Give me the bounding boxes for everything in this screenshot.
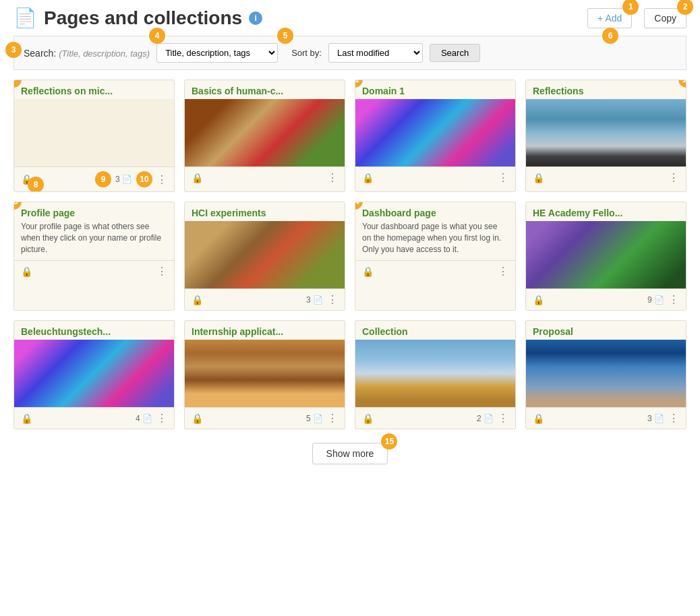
card-title: Collection (355, 321, 515, 340)
card-image (14, 99, 174, 166)
card-footer: 🔒5 📄⋮ (185, 407, 345, 429)
page-icon: 📄 (13, 7, 37, 29)
card-footer-left: 🔒 (533, 413, 544, 424)
info-icon[interactable]: i (249, 11, 262, 25)
lock-icon: 🔒 (533, 295, 544, 305)
copy-count: 9 📄 (647, 295, 664, 305)
sort-select[interactable]: Last modified (328, 43, 423, 63)
lock-icon: 🔒 (192, 413, 203, 424)
lock-icon: 🔒 (362, 266, 374, 277)
card-title: Profile page (14, 202, 174, 221)
card-title: HCI experiments (185, 202, 345, 221)
card-footer-right: 2 📄⋮ (477, 412, 508, 425)
lock-icon: 🔒 (533, 173, 544, 183)
card-1[interactable]: 7Reflections on mic...8🔒93 📄10⋮ (13, 80, 175, 192)
card-5[interactable]: 13Profile pageYour profile page is what … (13, 202, 175, 311)
card-footer: 🔒⋮ (355, 260, 515, 282)
copy-count: 3 📄 (647, 414, 664, 423)
badge-1: 1 (622, 0, 639, 15)
badge-10: 10 (136, 171, 152, 187)
lock-icon: 🔒 (192, 295, 203, 305)
card-image (526, 221, 686, 288)
card-3[interactable]: 11Domain 1🔒⋮ (355, 80, 516, 192)
card-footer: 🔒3 📄⋮ (185, 288, 345, 310)
card-7[interactable]: 14Dashboard pageYour dashboard page is w… (355, 202, 516, 311)
card-title: HE Academy Fello... (526, 202, 686, 221)
card-footer-right: 4 📄⋮ (136, 412, 167, 425)
card-desc: Your profile page is what others see whe… (14, 221, 174, 260)
card-10[interactable]: Internship applicat...🔒5 📄⋮ (184, 320, 345, 429)
copy-count: 2 📄 (477, 414, 494, 423)
lock-icon: 🔒 (362, 173, 374, 183)
card-footer: 🔒⋮ (185, 166, 345, 188)
copy-count: 3 📄 (306, 295, 323, 305)
copy-count: 5 📄 (306, 414, 323, 423)
lock-icon: 🔒 (362, 413, 374, 424)
badge-5: 5 (277, 28, 293, 44)
card-footer-left: 🔒 (533, 173, 544, 183)
badge-9: 9 (95, 171, 111, 187)
card-footer: 🔒⋮ (526, 166, 686, 188)
card-footer-left: 8🔒 (21, 174, 32, 185)
search-bar: 4 5 3 Search: (Title, description, tags)… (13, 36, 687, 70)
card-footer-right: ⋮ (156, 265, 167, 278)
card-footer-left: 🔒 (192, 173, 203, 183)
card-9[interactable]: Beleuchtungstech...🔒4 📄⋮ (13, 320, 175, 429)
lock-icon: 🔒 (21, 413, 32, 424)
card-footer-right: 3 📄⋮ (306, 293, 338, 306)
show-more-button[interactable]: Show more (312, 443, 388, 464)
card-footer: 🔒⋮ (355, 166, 515, 188)
card-4[interactable]: 12Reflections🔒⋮ (525, 80, 687, 192)
card-footer-left: 🔒 (362, 266, 374, 277)
more-options-icon[interactable]: ⋮ (668, 171, 679, 184)
card-image (355, 340, 515, 407)
badge-8: 8 (28, 177, 44, 192)
card-footer-left: 🔒 (21, 413, 32, 424)
search-button[interactable]: Search (430, 44, 480, 62)
more-options-icon[interactable]: ⋮ (327, 171, 338, 184)
lock-icon: 🔒 (21, 266, 32, 277)
card-footer-left: 🔒 (533, 295, 544, 305)
more-options-icon[interactable]: ⋮ (668, 412, 679, 425)
more-options-icon[interactable]: ⋮ (327, 412, 338, 425)
card-footer-right: 93 📄10⋮ (95, 171, 167, 187)
card-footer-right: 5 📄⋮ (306, 412, 338, 425)
card-12[interactable]: Proposal🔒3 📄⋮ (525, 320, 687, 429)
copy-count: 4 📄 (136, 414, 152, 423)
card-footer-right: ⋮ (498, 171, 508, 184)
badge-4: 4 (149, 28, 165, 44)
card-6[interactable]: HCI experiments🔒3 📄⋮ (184, 202, 345, 311)
card-8[interactable]: HE Academy Fello...🔒9 📄⋮ (525, 202, 687, 311)
card-image (185, 99, 345, 166)
card-2[interactable]: Basics of human-c...🔒⋮ (184, 80, 345, 192)
card-footer: 🔒2 📄⋮ (355, 407, 515, 429)
more-options-icon[interactable]: ⋮ (498, 412, 508, 425)
more-options-icon[interactable]: ⋮ (156, 173, 167, 186)
card-footer-right: 9 📄⋮ (647, 293, 679, 306)
card-footer-left: 🔒 (362, 413, 374, 424)
card-footer: 🔒3 📄⋮ (526, 407, 686, 429)
card-title: Reflections (526, 80, 686, 99)
more-options-icon[interactable]: ⋮ (498, 265, 508, 278)
badge-6: 6 (602, 28, 618, 44)
card-footer-left: 🔒 (362, 173, 374, 183)
card-desc: Your dashboard page is what you see on t… (355, 221, 515, 260)
card-title: Reflections on mic... (14, 80, 174, 99)
more-options-icon[interactable]: ⋮ (668, 293, 679, 306)
more-options-icon[interactable]: ⋮ (498, 171, 508, 184)
card-title: Basics of human-c... (185, 80, 345, 99)
search-field-select[interactable]: Title, description, tags (156, 43, 278, 63)
card-footer: 🔒9 📄⋮ (526, 288, 686, 310)
lock-icon: 🔒 (533, 413, 544, 424)
card-11[interactable]: Collection🔒2 📄⋮ (355, 320, 516, 429)
card-footer: 8🔒93 📄10⋮ (14, 166, 174, 191)
card-title: Domain 1 (355, 80, 515, 99)
more-options-icon[interactable]: ⋮ (156, 412, 167, 425)
card-title: Proposal (526, 321, 686, 340)
page-title-area: 📄 Pages and collections i (13, 7, 262, 29)
card-image (185, 340, 345, 407)
more-options-icon[interactable]: ⋮ (327, 293, 338, 306)
card-image (355, 99, 515, 166)
more-options-icon[interactable]: ⋮ (156, 265, 167, 278)
sort-label: Sort by: (291, 48, 322, 58)
